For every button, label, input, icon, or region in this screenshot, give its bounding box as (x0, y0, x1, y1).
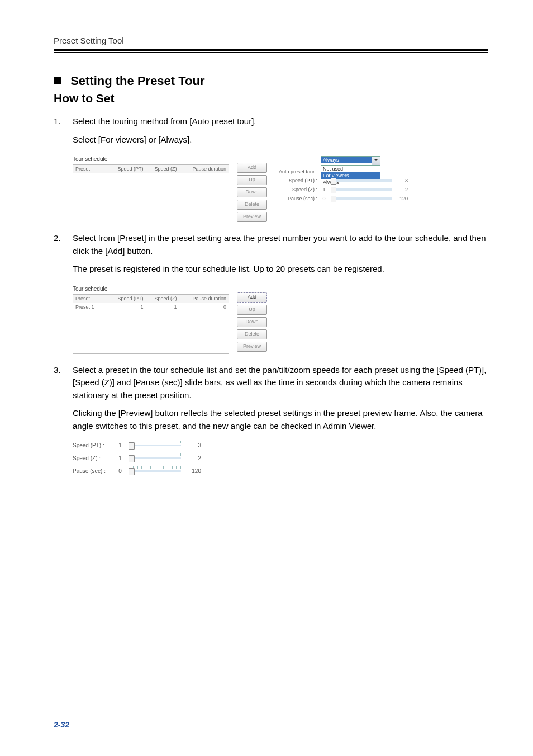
tour-schedule-body (73, 173, 229, 215)
step-number: 3. (54, 364, 73, 433)
subsection-heading: How to Set (54, 92, 488, 105)
header-text: Preset Setting Tool (54, 36, 124, 45)
speed-pt-slider[interactable] (331, 179, 392, 182)
slider-thumb-icon (331, 196, 336, 202)
step-subtext: Select [For viewers] or [Always]. (73, 134, 488, 147)
add-button[interactable]: Add (237, 163, 267, 173)
slider-thumb-icon (331, 187, 336, 193)
speed-z-slider[interactable] (129, 457, 181, 459)
delete-button[interactable]: Delete (237, 200, 267, 210)
cell-pd: 0 (179, 303, 229, 311)
speed-pt-max: 3 (185, 442, 201, 448)
preview-button[interactable]: Preview (237, 342, 267, 352)
step-2: 2. Select from [Preset] in the preset se… (54, 232, 488, 276)
step-subtext: The preset is registered in the tour sch… (73, 263, 488, 276)
pause-sec-slider[interactable] (129, 470, 181, 472)
cell-spt: 1 (110, 303, 146, 311)
auto-preset-tour-label: Auto preset tour : (275, 169, 317, 174)
dropdown-option-not-used[interactable]: Not used (321, 166, 380, 172)
up-button[interactable]: Up (237, 175, 267, 185)
speed-z-value: 1 (116, 455, 124, 461)
tour-schedule-title: Tour schedule (73, 286, 229, 292)
button-stack: Add Up Down Delete Preview (237, 163, 267, 222)
speed-pt-slider[interactable] (129, 445, 181, 446)
slider-thumb-icon (129, 468, 135, 475)
step-3: 3. Select a preset in the tour schedule … (54, 364, 488, 433)
speed-pt-label: Speed (PT) : (275, 178, 317, 183)
tour-schedule-table: Preset Speed (PT) Speed (Z) Pause durati… (73, 164, 229, 215)
step-body: Select from [Preset] in the preset setti… (73, 232, 488, 276)
col-speed-z: Speed (Z) (146, 295, 179, 303)
slider-thumb-icon (331, 178, 336, 185)
header-rule (54, 49, 488, 51)
auto-preset-tour-dropdown[interactable]: Always (321, 156, 380, 166)
page: Preset Setting Tool Setting the Preset T… (0, 0, 533, 756)
speed-pt-row: Speed (PT) : 1 3 (73, 442, 201, 448)
speed-z-max: 2 (396, 187, 408, 192)
right-controls: Auto preset tour : Always Not used For v… (275, 156, 408, 222)
figure-1: Tour schedule Preset Speed (PT) Speed (Z… (73, 156, 488, 222)
speed-z-row: Speed (Z) : 1 2 (73, 455, 201, 461)
col-pause-duration: Pause duration (179, 295, 229, 303)
preview-button[interactable]: Preview (237, 212, 267, 222)
running-header: Preset Setting Tool (54, 36, 488, 56)
cell-preset: Preset 1 (73, 303, 110, 311)
pause-sec-value: 0 (116, 468, 124, 474)
col-preset: Preset (73, 295, 110, 303)
speed-pt-label: Speed (PT) : (73, 442, 112, 448)
step-body: Select a preset in the tour schedule lis… (73, 364, 488, 433)
tour-schedule-box: Tour schedule Preset Speed (PT) Speed (Z… (73, 156, 229, 222)
tour-schedule-box: Tour schedule Preset Speed (PT) Speed (Z… (73, 286, 229, 354)
dropdown-option-for-viewers[interactable]: For viewers (321, 172, 380, 179)
figure-2: Tour schedule Preset Speed (PT) Speed (Z… (73, 286, 488, 354)
down-button[interactable]: Down (237, 187, 267, 197)
step-1: 1. Select the touring method from [Auto … (54, 115, 488, 146)
pause-sec-label: Pause (sec) : (73, 468, 112, 474)
step-number: 1. (54, 115, 73, 146)
col-pause-duration: Pause duration (179, 165, 229, 173)
step-number: 2. (54, 232, 73, 276)
pause-sec-row: Pause (sec) : 0 120 (73, 468, 201, 474)
section-heading: Setting the Preset Tour (54, 74, 488, 88)
speed-z-label: Speed (Z) : (73, 455, 112, 461)
button-stack: Add Up Down Delete Preview (237, 292, 267, 354)
speed-pt-value: 1 (116, 442, 124, 448)
dropdown-list[interactable]: Not used For viewers Always (321, 165, 380, 186)
slider-thumb-icon (129, 455, 135, 462)
speed-z-label: Speed (Z) : (275, 187, 317, 192)
pause-sec-slider[interactable] (331, 197, 392, 200)
cell-sz: 1 (146, 303, 179, 311)
step-body: Select the touring method from [Auto pre… (73, 115, 488, 146)
pause-sec-label: Pause (sec) : (275, 196, 317, 201)
speed-z-slider[interactable] (331, 188, 392, 191)
col-speed-pt: Speed (PT) (110, 165, 146, 173)
up-button[interactable]: Up (237, 305, 267, 315)
col-speed-z: Speed (Z) (146, 165, 179, 173)
pause-sec-max: 120 (185, 468, 201, 474)
chevron-down-icon (372, 157, 380, 165)
section-title-text: Setting the Preset Tour (70, 74, 204, 88)
tour-schedule-body: Preset 1 1 1 0 (73, 303, 229, 353)
step-subtext: Clicking the [Preview] button reflects t… (73, 407, 488, 432)
pause-sec-max: 120 (396, 196, 408, 201)
tour-schedule-table: Preset Speed (PT) Speed (Z) Pause durati… (73, 294, 229, 354)
figure-3: Speed (PT) : 1 3 Speed (Z) : 1 2 Pause (… (73, 442, 488, 474)
speed-pt-max: 3 (396, 178, 408, 183)
page-number: 2-32 (54, 720, 69, 729)
delete-button[interactable]: Delete (237, 329, 267, 339)
speed-z-max: 2 (185, 455, 201, 461)
col-preset: Preset (73, 165, 110, 173)
pause-sec-value: 0 (321, 196, 327, 201)
table-row[interactable]: Preset 1 1 1 0 (73, 303, 229, 311)
step-text: Select from [Preset] in the preset setti… (73, 232, 488, 257)
down-button[interactable]: Down (237, 317, 267, 327)
step-text: Select the touring method from [Auto pre… (73, 115, 488, 128)
add-button[interactable]: Add (237, 292, 267, 303)
slider-thumb-icon (129, 442, 135, 450)
col-speed-pt: Speed (PT) (110, 295, 146, 303)
speed-z-value: 1 (321, 187, 327, 192)
tour-schedule-title: Tour schedule (73, 156, 229, 162)
square-bullet-icon (54, 77, 61, 84)
step-text: Select a preset in the tour schedule lis… (73, 364, 488, 402)
